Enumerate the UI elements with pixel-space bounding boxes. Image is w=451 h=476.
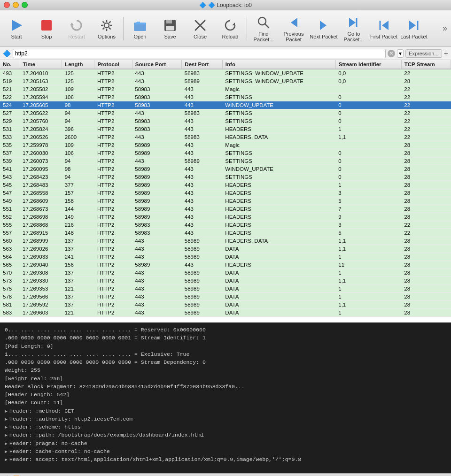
table-row[interactable]: 58117.269592137HTTP244358989DATA1,128 (0, 301, 451, 309)
table-row[interactable]: 53517.259978109HTTP258989443Magic28 (0, 141, 451, 149)
expand-arrow-icon[interactable]: ▶ (5, 448, 8, 455)
table-cell: DATA (222, 277, 335, 285)
table-row[interactable]: 57317.269330137HTTP244358989DATA1,128 (0, 277, 451, 285)
filter-dropdown-button[interactable]: ▾ (397, 49, 404, 58)
filter-clear-button[interactable]: ✕ (388, 50, 395, 57)
expression-button[interactable]: Expression... (405, 49, 442, 58)
table-row[interactable]: 52417.20560598HTTP258983443WINDOW_UPDATE… (0, 101, 451, 109)
col-no[interactable]: No. (0, 60, 20, 69)
table-row[interactable]: 53117.205824396HTTP258983443HEADERS122 (0, 125, 451, 133)
open-button[interactable]: Open (125, 12, 155, 45)
last-packet-button[interactable]: Last Packet (399, 12, 428, 45)
table-row[interactable]: 58317.269603121HTTP244358989DATA128 (0, 309, 451, 317)
filter-add-button[interactable]: + (444, 49, 448, 58)
find-packet-button[interactable]: Find Packet... (249, 12, 278, 45)
table-row[interactable]: 52217.205594106HTTP258983443SETTINGS022 (0, 93, 451, 101)
table-row[interactable]: 53317.2065262600HTTP244358983HEADERS, DA… (0, 133, 451, 141)
table-cell: 443 (132, 301, 181, 309)
next-packet-button[interactable]: Next Packet (309, 12, 338, 45)
col-stream[interactable]: Stream Identifier (335, 60, 401, 69)
save-button[interactable]: Save (156, 12, 185, 45)
table-cell: HEADERS (222, 125, 335, 133)
table-cell: 0 (335, 149, 401, 157)
expand-arrow-icon[interactable]: ▶ (5, 424, 8, 431)
expand-arrow-icon[interactable]: ▶ (5, 432, 8, 439)
detail-expandable-row[interactable]: ▶ Header: :authority: http2.icese7en.com (5, 415, 446, 423)
table-cell: 22 (401, 109, 451, 117)
table-row[interactable]: 52917.20576094HTTP258983443SETTINGS022 (0, 117, 451, 125)
first-packet-button[interactable]: First Packet (369, 12, 398, 45)
toolbar-more-button[interactable]: » (441, 23, 449, 33)
filter-input[interactable] (13, 49, 386, 58)
table-cell: 17.268999 (20, 237, 62, 245)
table-header-row: No. Time Length Protocol Source Port Des… (0, 60, 451, 69)
col-protocol[interactable]: Protocol (94, 60, 132, 69)
close-button[interactable]: Close (186, 12, 215, 45)
table-row[interactable]: 56317.269026137HTTP244358989DATA1,128 (0, 245, 451, 253)
detail-expandable-row[interactable]: ▶ Header: cache-control: no-cache (5, 447, 446, 455)
svg-marker-24 (382, 21, 389, 30)
table-row[interactable]: 54517.268483377HTTP258989443HEADERS128 (0, 181, 451, 189)
restart-button[interactable]: Restart (62, 12, 91, 45)
col-tcp[interactable]: TCP Stream (401, 60, 451, 69)
table-cell: 443 (182, 173, 223, 181)
table-cell: 17.268558 (20, 189, 62, 197)
close-window-button[interactable] (4, 2, 10, 8)
table-row[interactable]: 54317.26842394HTTP258989443SETTINGS028 (0, 173, 451, 181)
table-row[interactable]: 54717.268558157HTTP258989443HEADERS328 (0, 189, 451, 197)
table-cell: HTTP2 (94, 277, 132, 285)
table-row[interactable]: 54117.26009598HTTP258989443WINDOW_UPDATE… (0, 165, 451, 173)
table-cell: HTTP2 (94, 133, 132, 141)
table-row[interactable]: 53917.26007394HTTP244358989SETTINGS028 (0, 157, 451, 165)
table-row[interactable]: 57517.269353121HTTP244358989DATA128 (0, 285, 451, 293)
table-row[interactable]: 52117.205582109HTTP258983443Magic22 (0, 85, 451, 93)
col-info[interactable]: Info (222, 60, 335, 69)
table-cell: 443 (182, 149, 223, 157)
table-row[interactable]: 51917.205163125HTTP244358989SETTINGS, WI… (0, 77, 451, 85)
minimize-window-button[interactable] (13, 2, 19, 8)
table-cell: 524 (0, 101, 20, 109)
table-row[interactable]: 49317.204010125HTTP244358983SETTINGS, WI… (0, 69, 451, 77)
expand-arrow-icon[interactable]: ▶ (5, 440, 8, 447)
window-controls[interactable] (4, 2, 28, 8)
table-row[interactable]: 55217.268698149HTTP258989443HEADERS928 (0, 213, 451, 221)
table-row[interactable]: 55517.268868216HTTP258983443HEADERS322 (0, 221, 451, 229)
table-row[interactable]: 56417.269033241HTTP244358989DATA128 (0, 253, 451, 261)
col-time[interactable]: Time (20, 60, 62, 69)
table-row[interactable]: 55717.268915148HTTP258983443HEADERS522 (0, 229, 451, 237)
table-row[interactable]: 54917.268609158HTTP258989443HEADERS528 (0, 197, 451, 205)
table-row[interactable]: 57817.269566137HTTP244358989DATA128 (0, 293, 451, 301)
maximize-window-button[interactable] (22, 2, 28, 8)
last-packet-label: Last Packet (400, 34, 427, 39)
detail-expandable-row[interactable]: ▶ Header: pragma: no-cache (5, 439, 446, 447)
detail-expandable-row[interactable]: ▶ Header: :path: /bootstrap/docs/example… (5, 431, 446, 439)
col-dstport[interactable]: Dest Port (182, 60, 223, 69)
col-srcport[interactable]: Source Port (132, 60, 181, 69)
table-cell: 443 (182, 213, 223, 221)
col-length[interactable]: Length (62, 60, 94, 69)
stop-button[interactable]: Stop (32, 12, 61, 45)
previous-packet-button[interactable]: Previous Packet (279, 12, 308, 45)
expand-arrow-icon[interactable]: ▶ (5, 408, 8, 415)
table-row[interactable]: 52717.20562294HTTP244358983SETTINGS022 (0, 109, 451, 117)
start-label: Start (11, 34, 22, 39)
reload-button[interactable]: Reload (216, 12, 245, 45)
table-row[interactable]: 57017.269308137HTTP244358989DATA128 (0, 269, 451, 277)
table-cell: 58983 (132, 93, 181, 101)
table-row[interactable]: 53717.260030106HTTP258989443SETTINGS028 (0, 149, 451, 157)
detail-expandable-row[interactable]: ▶ Header: :scheme: https (5, 423, 446, 431)
table-row[interactable]: 55117.268673144HTTP258989443HEADERS728 (0, 205, 451, 213)
expand-arrow-icon[interactable]: ▶ (5, 456, 8, 463)
goto-packet-button[interactable]: Go to Packet... (339, 12, 368, 45)
options-button[interactable]: Options (92, 12, 121, 45)
detail-expandable-row[interactable]: ▶ Header: accept: text/html,application/… (5, 455, 446, 463)
detail-pane: 0... .... .... .... .... .... .... .... … (0, 322, 451, 473)
table-row[interactable]: 56017.268999137HTTP244358989HEADERS, DAT… (0, 237, 451, 245)
expand-arrow-icon[interactable]: ▶ (5, 416, 8, 423)
table-cell: 28 (401, 293, 451, 301)
table-row[interactable]: 56517.269040156HTTP258989443HEADERS1128 (0, 261, 451, 269)
detail-expandable-row[interactable]: ▶ Header: :method: GET (5, 407, 446, 415)
table-cell: 17.268483 (20, 181, 62, 189)
table-cell: 443 (132, 269, 181, 277)
start-button[interactable]: Start (2, 12, 31, 45)
